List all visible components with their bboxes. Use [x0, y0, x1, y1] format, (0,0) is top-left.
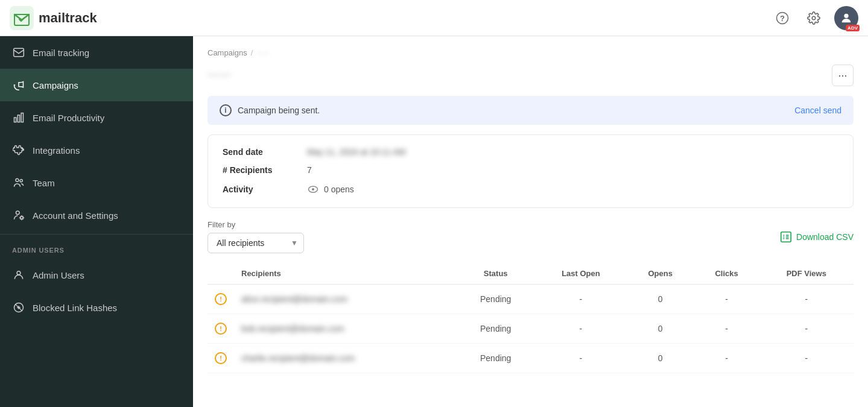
col-clicks-header: Clicks: [694, 263, 759, 285]
cancel-send-button[interactable]: Cancel send: [794, 106, 841, 115]
table-row: ! bob.recipient@domain.com Pending - 0 -…: [207, 314, 854, 344]
recipients-table: Recipients Status Last Open Opens Clicks…: [207, 263, 854, 373]
help-icon: ?: [776, 11, 789, 25]
sidebar-item-admin-users[interactable]: Admin Users: [0, 259, 193, 291]
navbar: mailtrack ? ADV: [0, 0, 868, 36]
settings-button[interactable]: [803, 7, 825, 29]
breadcrumb: Campaigns / ······: [207, 48, 854, 57]
main-layout: Email tracking Campaigns E: [0, 36, 868, 407]
table-row: ! alice.recipient@domain.com Pending - 0…: [207, 285, 854, 314]
table-row: ! charlie.recipient@domain.com Pending -…: [207, 344, 854, 373]
recipients-label: # Recipients: [223, 165, 307, 175]
status-banner-content: i Campaign being sent.: [220, 104, 320, 116]
sidebar-item-team[interactable]: Team: [0, 166, 193, 199]
csv-icon: [779, 230, 793, 244]
filter-select-wrapper: All recipients Pending Opened Not opened…: [207, 233, 304, 253]
pdf-views-cell-3: -: [759, 344, 854, 373]
activity-value: 0 opens: [307, 183, 354, 195]
more-options-button[interactable]: ···: [832, 65, 854, 86]
sidebar-item-email-tracking-label: Email tracking: [33, 48, 89, 58]
breadcrumb-current: ······: [256, 48, 270, 57]
col-last-open-header: Last Open: [535, 263, 627, 285]
sidebar-item-email-productivity-label: Email Productivity: [33, 113, 104, 123]
col-recipients-header: Recipients: [234, 263, 456, 285]
recipient-email-1: alice.recipient@domain.com: [241, 294, 347, 304]
activity-row: Activity 0 opens: [223, 183, 838, 195]
sidebar: Email tracking Campaigns E: [0, 36, 193, 407]
table-body: ! alice.recipient@domain.com Pending - 0…: [207, 285, 854, 373]
svg-rect-8: [21, 113, 23, 122]
team-icon: [12, 176, 25, 189]
svg-text:?: ?: [780, 14, 785, 23]
svg-rect-0: [10, 6, 34, 30]
clicks-cell-1: -: [694, 285, 759, 314]
sidebar-divider: [0, 234, 193, 235]
last-open-cell-1: -: [535, 285, 627, 314]
sidebar-item-email-tracking[interactable]: Email tracking: [0, 36, 193, 69]
navbar-right: ? ADV: [771, 6, 858, 30]
sidebar-item-blocked-link-hashes-label: Blocked Link Hashes: [33, 303, 117, 313]
recipient-cell-3: charlie.recipient@domain.com: [234, 344, 456, 373]
svg-point-11: [16, 211, 19, 215]
breadcrumb-campaigns-link[interactable]: Campaigns: [207, 48, 247, 57]
pdf-views-cell-2: -: [759, 314, 854, 344]
breadcrumb-separator: /: [251, 48, 253, 57]
avatar-icon: [840, 11, 853, 25]
col-recipients: [207, 263, 234, 285]
sidebar-item-integrations[interactable]: Integrations: [0, 134, 193, 166]
avatar-button[interactable]: ADV: [834, 6, 858, 30]
last-open-cell-3: -: [535, 344, 627, 373]
status-cell-2: Pending: [456, 314, 535, 344]
svg-point-3: [812, 16, 816, 20]
help-button[interactable]: ?: [771, 7, 793, 29]
download-csv-button[interactable]: Download CSV: [779, 230, 854, 244]
activity-opens: 0 opens: [324, 185, 354, 194]
sidebar-item-blocked-link-hashes[interactable]: Blocked Link Hashes: [0, 291, 193, 324]
sidebar-item-campaigns-label: Campaigns: [33, 80, 78, 90]
status-cell-1: Pending: [456, 285, 535, 314]
pdf-views-cell-1: -: [759, 285, 854, 314]
admin-section-label: ADMIN USERS: [0, 237, 193, 259]
sidebar-item-integrations-label: Integrations: [33, 145, 80, 156]
svg-rect-7: [17, 115, 19, 122]
opens-cell-3: 0: [627, 344, 694, 373]
opens-cell-1: 0: [627, 285, 694, 314]
svg-point-17: [312, 188, 314, 191]
recipient-email-3: charlie.recipient@domain.com: [241, 353, 355, 363]
status-cell-3: Pending: [456, 344, 535, 373]
svg-point-9: [16, 178, 19, 181]
send-date-label: Send date: [223, 147, 307, 157]
gear-icon: [807, 11, 820, 25]
person-settings-icon: [12, 209, 25, 222]
envelope-icon: [12, 46, 25, 59]
sidebar-item-email-productivity[interactable]: Email Productivity: [0, 101, 193, 134]
table-header: Recipients Status Last Open Opens Clicks…: [207, 263, 854, 285]
avatar-badge: ADV: [846, 25, 860, 31]
download-csv-label: Download CSV: [796, 232, 854, 242]
filter-label: Filter by: [207, 220, 304, 229]
col-opens-header: Opens: [627, 263, 694, 285]
filter-row: Filter by All recipients Pending Opened …: [207, 220, 854, 253]
sidebar-item-campaigns[interactable]: Campaigns: [0, 69, 193, 101]
status-banner-message: Campaign being sent.: [238, 106, 320, 115]
status-banner: i Campaign being sent. Cancel send: [207, 96, 854, 125]
chart-bar-icon: [12, 111, 25, 124]
filter-select[interactable]: All recipients Pending Opened Not opened: [207, 233, 304, 253]
sidebar-item-account-settings[interactable]: Account and Settings: [0, 199, 193, 232]
recipients-row: # Recipients 7: [223, 165, 838, 175]
warning-icon-2: !: [215, 323, 227, 335]
row-icon-cell-1: !: [207, 285, 234, 314]
recipient-cell-1: alice.recipient@domain.com: [234, 285, 456, 314]
page-header: ······ ···: [207, 65, 854, 86]
send-date-value: May 11, 2024 at 10:11 AM: [307, 147, 405, 157]
row-icon-cell-3: !: [207, 344, 234, 373]
col-status-header: Status: [456, 263, 535, 285]
info-icon: i: [220, 104, 232, 116]
blocked-link-icon: [12, 301, 25, 314]
svg-rect-5: [14, 48, 24, 56]
admin-user-icon: [12, 268, 25, 282]
content-area: Campaigns / ······ ······ ··· i Campaign…: [193, 36, 868, 407]
sidebar-item-account-settings-label: Account and Settings: [33, 210, 118, 221]
logo[interactable]: mailtrack: [10, 6, 97, 30]
recipients-table-wrapper: Recipients Status Last Open Opens Clicks…: [207, 263, 854, 373]
